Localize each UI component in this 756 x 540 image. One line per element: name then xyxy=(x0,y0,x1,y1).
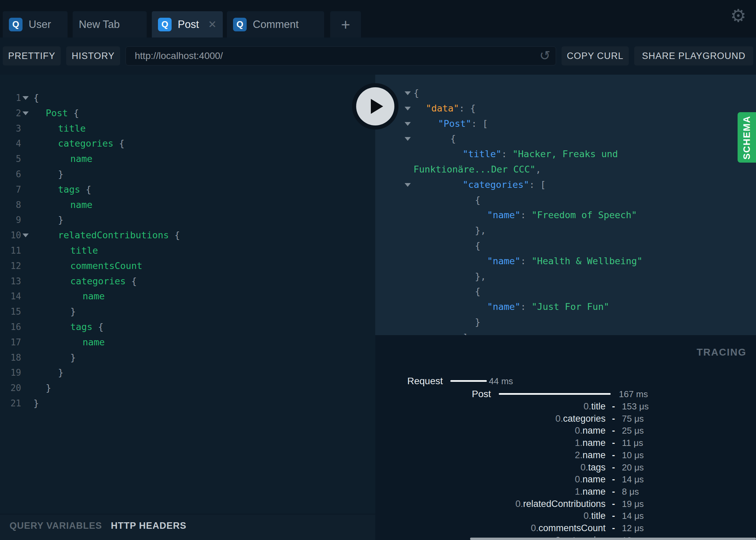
code-token: { xyxy=(114,138,125,149)
fold-arrow-icon[interactable] xyxy=(405,183,411,187)
editor-line: 14name xyxy=(0,289,375,304)
code-token: Post xyxy=(46,108,68,118)
line-number: 7 xyxy=(0,182,21,197)
tab-label: New Tab xyxy=(79,18,120,31)
code-token: tags xyxy=(70,321,92,332)
add-tab-button[interactable]: + xyxy=(330,11,361,38)
tracing-field-index: 1. xyxy=(575,486,583,497)
editor-code: name xyxy=(83,289,105,304)
tab-label: Comment xyxy=(253,18,299,31)
code-token: commentsCount xyxy=(70,260,142,271)
editor-line: 9} xyxy=(0,212,375,228)
tracing-field-index: 0. xyxy=(555,414,563,424)
tracing-field-index: 2. xyxy=(575,450,583,460)
editor-code: name xyxy=(70,197,92,213)
response-line: "name": "Just For Fun" xyxy=(375,299,756,315)
line-number: 15 xyxy=(0,304,21,319)
fold-arrow-icon[interactable] xyxy=(405,122,411,126)
response-code: { xyxy=(413,86,419,101)
tracing-field-index: 0. xyxy=(575,425,583,436)
tracing-field-name: 0.relatedContributions xyxy=(515,498,606,510)
fold-arrow-icon[interactable] xyxy=(23,96,29,100)
tracing-field-name: 0.tags xyxy=(580,461,606,474)
editor-line: 21} xyxy=(0,396,375,411)
tracing-field-value: 8 μs xyxy=(622,485,639,498)
response-line: "name": "Health & Wellbeing" xyxy=(375,254,756,269)
tracing-field-label: commentsCount xyxy=(538,523,606,533)
tab-new-tab[interactable]: New Tab xyxy=(73,11,147,38)
editor-line: 5name xyxy=(0,151,375,167)
response-line: }, xyxy=(375,269,756,284)
code-token: "Just For Fun" xyxy=(532,301,609,312)
close-tab-icon[interactable]: ✕ xyxy=(208,19,217,30)
schema-tab[interactable]: SCHEMA xyxy=(738,112,756,163)
execute-button-circle xyxy=(356,87,394,125)
code-token: , xyxy=(536,164,541,175)
code-token: : xyxy=(521,301,532,312)
prettify-button[interactable]: PRETTIFY xyxy=(3,46,61,65)
reload-icon[interactable]: ↺ xyxy=(539,48,550,63)
tracing-title: TRACING xyxy=(697,347,746,358)
fold-arrow-icon[interactable] xyxy=(405,137,411,141)
code-token: } xyxy=(58,169,63,179)
editor-line: 6} xyxy=(0,167,375,182)
response-line: ] xyxy=(375,330,756,335)
query-editor-pane[interactable]: 1{2Post {3title4categories {5name6}7tags… xyxy=(0,75,375,514)
editor-code: commentsCount xyxy=(70,258,142,274)
history-button[interactable]: HISTORY xyxy=(66,46,120,65)
editor-code: } xyxy=(58,167,63,182)
tab-post[interactable]: QPost✕ xyxy=(152,11,223,38)
tracing-field-label: name xyxy=(582,438,606,448)
tracing-dash: - xyxy=(612,498,615,509)
editor-line: 15} xyxy=(0,304,375,319)
code-token: } xyxy=(33,398,39,408)
code-token: : xyxy=(501,149,513,159)
share-playground-button[interactable]: SHARE PLAYGROUND xyxy=(634,46,753,65)
tab-label: User xyxy=(29,18,51,31)
code-token: relatedContributions xyxy=(58,230,169,240)
line-number: 19 xyxy=(0,365,21,380)
response-code: { xyxy=(475,193,480,208)
editor-line: 20} xyxy=(0,380,375,396)
editor-code: relatedContributions { xyxy=(58,228,180,243)
line-number: 5 xyxy=(0,151,21,167)
query-variables-tab[interactable]: QUERY VARIABLES xyxy=(10,521,102,531)
fold-arrow-icon[interactable] xyxy=(405,91,411,95)
http-headers-tab[interactable]: HTTP HEADERS xyxy=(111,521,187,531)
tab-label: Post xyxy=(178,18,199,31)
tracing-dash: - xyxy=(612,522,615,534)
execute-button[interactable] xyxy=(352,83,398,130)
copy-curl-button[interactable]: COPY CURL xyxy=(562,46,629,65)
fold-arrow-icon[interactable] xyxy=(405,107,411,110)
editor-code: } xyxy=(70,304,76,319)
tracing-field-row: 0.name-25 μs xyxy=(375,424,756,437)
tracing-field-value: 12 μs xyxy=(622,522,644,534)
tracing-field-name: 1.name xyxy=(575,485,606,498)
response-line: { xyxy=(375,131,756,147)
editor-code: } xyxy=(46,380,51,396)
tracing-field-index: 0. xyxy=(583,401,591,411)
code-token: { xyxy=(68,108,79,118)
response-code: }, xyxy=(475,269,486,284)
settings-gear-icon[interactable]: ⚙ xyxy=(729,6,748,25)
tracing-field-value: 153 μs xyxy=(622,400,649,412)
tab-comment[interactable]: QComment xyxy=(227,11,324,38)
code-token: name xyxy=(83,291,105,301)
tracing-dash: - xyxy=(612,510,615,521)
tab-user[interactable]: QUser xyxy=(3,11,68,38)
response-code: "categories": [ xyxy=(463,177,546,193)
response-line: { xyxy=(375,284,756,299)
tracing-field-row: 1.name-8 μs xyxy=(375,485,756,498)
fold-arrow-icon[interactable] xyxy=(23,111,29,115)
code-token: "Hacker, Freaks und xyxy=(512,149,618,159)
tracing-dash: - xyxy=(612,473,615,485)
execute-play-icon xyxy=(371,99,383,114)
fold-arrow-icon[interactable] xyxy=(23,234,29,237)
line-number: 16 xyxy=(0,319,21,335)
editor-code: } xyxy=(58,365,63,380)
horizontal-scrollbar[interactable] xyxy=(470,538,756,540)
editor-line: 8name xyxy=(0,197,375,213)
endpoint-input[interactable]: http://localhost:4000/ ↺ xyxy=(126,46,556,65)
line-number: 4 xyxy=(0,136,21,151)
response-code: }, xyxy=(475,223,486,238)
